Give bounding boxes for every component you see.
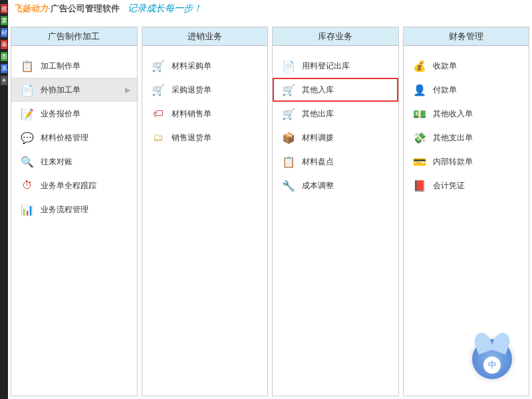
menu-item[interactable]: 💵其他收入单 — [404, 102, 529, 126]
menu-item[interactable]: 📋材料盘点 — [273, 150, 398, 174]
menu-label: 采购退货单 — [172, 84, 261, 96]
menu-item[interactable]: 💰收款单 — [404, 54, 529, 78]
menu-label: 材料销售单 — [172, 108, 261, 120]
menu-label: 会计凭证 — [433, 180, 523, 192]
sidebar-tab[interactable]: 单 — [1, 40, 7, 49]
menu-label: 业务单全程跟踪 — [41, 180, 130, 192]
menu-icon: 🛒 — [152, 83, 165, 96]
menu-icon: 💰 — [413, 59, 426, 72]
menu-label: 材料采购单 — [172, 61, 261, 72]
panel-header: 进销业务 — [142, 27, 268, 46]
menu-label: 外协加工单 — [41, 84, 125, 96]
floating-badge[interactable]: 中 — [472, 339, 512, 379]
menu-item[interactable]: 🏷材料销售单 — [142, 102, 268, 126]
menu-item[interactable]: 🔍往来对账 — [11, 150, 137, 174]
menu-item[interactable]: 📕会计凭证 — [404, 174, 529, 198]
menu-icon: 🛒 — [282, 107, 295, 120]
menu-icon: 🗂 — [152, 131, 165, 144]
menu-icon: 📋 — [282, 155, 295, 168]
menu-item[interactable]: 🔧成本调整 — [273, 174, 398, 198]
menu-item[interactable]: 💬材料价格管理 — [11, 126, 137, 150]
menu-icon: 🛒 — [152, 59, 165, 72]
menu-icon: 📝 — [21, 107, 34, 120]
slogan-text: 记录成长每一步！ — [128, 3, 202, 15]
menu-item[interactable]: 👤付款单 — [404, 78, 529, 102]
sidebar-tab[interactable]: 素 — [1, 16, 7, 25]
menu-label: 业务流程管理 — [41, 204, 130, 215]
menu-icon: 📦 — [282, 131, 295, 144]
menu-icon: 🔧 — [282, 179, 295, 192]
menu-icon: 💳 — [413, 155, 426, 168]
sidebar-add[interactable]: + — [1, 76, 7, 85]
sidebar-tab[interactable]: 改 — [1, 4, 7, 13]
menu-item[interactable]: 🗂销售退货单 — [142, 126, 268, 150]
menu-label: 加工制作单 — [41, 61, 130, 72]
panel-body: 💰收款单👤付款单💵其他收入单💸其他支出单💳内部转款单📕会计凭证 — [404, 46, 529, 396]
menu-item[interactable]: 🛒材料采购单 — [142, 54, 268, 78]
menu-item[interactable]: 📦材料调拨 — [273, 126, 398, 150]
app-header: 飞扬动力· 广告公司管理软件 记录成长每一步！ — [0, 0, 532, 17]
panel-body: 📄用料登记出库🛒其他入库🛒其他出库📦材料调拨📋材料盘点🔧成本调整 — [273, 46, 398, 396]
panel: 进销业务🛒材料采购单🛒采购退货单🏷材料销售单🗂销售退货单 — [142, 27, 269, 396]
badge-center-text: 中 — [483, 356, 501, 374]
panel-body: 🛒材料采购单🛒采购退货单🏷材料销售单🗂销售退货单 — [142, 46, 268, 396]
menu-icon: 🔍 — [21, 155, 34, 168]
menu-label: 付款单 — [433, 84, 523, 96]
menu-icon: 🏷 — [152, 107, 165, 120]
menu-label: 其他出库 — [302, 108, 392, 120]
panel-header: 广告制作加工 — [11, 27, 137, 46]
menu-item[interactable]: 💸其他支出单 — [404, 126, 529, 150]
menu-item[interactable]: 📄外协加工单▶ — [11, 78, 137, 102]
menu-icon: 📄 — [282, 59, 295, 72]
panel-body: 📋加工制作单📄外协加工单▶📝业务报价单💬材料价格管理🔍往来对账⏱业务单全程跟踪📊… — [11, 46, 137, 396]
menu-icon: 💵 — [413, 107, 426, 120]
panel-header: 财务管理 — [404, 27, 529, 46]
menu-icon: 📄 — [21, 83, 34, 96]
menu-item[interactable]: ⏱业务单全程跟踪 — [11, 174, 137, 198]
brand-subtitle: 广告公司管理软件 — [51, 3, 120, 15]
menu-item[interactable]: 🛒其他出库 — [273, 102, 398, 126]
menu-icon: 💸 — [413, 131, 426, 144]
menu-item[interactable]: 📊业务流程管理 — [11, 198, 137, 221]
menu-icon: 📕 — [413, 179, 426, 192]
sidebar-tab[interactable]: 系 — [1, 64, 7, 73]
menu-label: 其他支出单 — [433, 132, 523, 144]
menu-label: 业务报价单 — [41, 108, 130, 120]
sidebar-tab[interactable]: 材 — [1, 28, 7, 37]
menu-icon: 💬 — [21, 131, 34, 144]
menu-icon: 👤 — [413, 83, 426, 96]
brand-name: 飞扬动力· — [13, 3, 51, 15]
main-panels: 广告制作加工📋加工制作单📄外协加工单▶📝业务报价单💬材料价格管理🔍往来对账⏱业务… — [8, 24, 532, 399]
menu-icon: 📋 — [21, 59, 34, 72]
chevron-right-icon: ▶ — [125, 86, 130, 94]
sidebar-tab[interactable]: 图 — [1, 52, 7, 61]
panel: 库存业务📄用料登记出库🛒其他入库🛒其他出库📦材料调拨📋材料盘点🔧成本调整 — [272, 27, 399, 396]
menu-item[interactable]: 📄用料登记出库 — [273, 54, 398, 78]
menu-label: 往来对账 — [41, 156, 130, 168]
menu-item[interactable]: 🛒其他入库 — [273, 78, 398, 102]
menu-label: 销售退货单 — [172, 132, 261, 144]
menu-label: 材料价格管理 — [41, 132, 130, 144]
menu-item[interactable]: 💳内部转款单 — [404, 150, 529, 174]
menu-icon: ⏱ — [21, 179, 34, 192]
menu-icon: 🛒 — [282, 83, 295, 96]
menu-label: 内部转款单 — [433, 156, 523, 168]
panel: 广告制作加工📋加工制作单📄外协加工单▶📝业务报价单💬材料价格管理🔍往来对账⏱业务… — [11, 27, 138, 396]
menu-label: 材料调拨 — [302, 132, 392, 144]
menu-item[interactable]: 📋加工制作单 — [11, 54, 137, 78]
menu-label: 收款单 — [433, 61, 523, 72]
menu-label: 用料登记出库 — [302, 61, 392, 72]
menu-label: 其他收入单 — [433, 108, 523, 120]
menu-icon: 📊 — [21, 203, 34, 216]
panel-header: 库存业务 — [273, 27, 398, 46]
panel: 财务管理💰收款单👤付款单💵其他收入单💸其他支出单💳内部转款单📕会计凭证 — [403, 27, 530, 396]
menu-label: 其他入库 — [302, 84, 392, 96]
menu-item[interactable]: 📝业务报价单 — [11, 102, 137, 126]
menu-item[interactable]: 🛒采购退货单 — [142, 78, 268, 102]
menu-label: 材料盘点 — [302, 156, 392, 168]
menu-label: 成本调整 — [302, 180, 392, 192]
left-sidebar: 改素材单图系+ — [0, 0, 8, 399]
